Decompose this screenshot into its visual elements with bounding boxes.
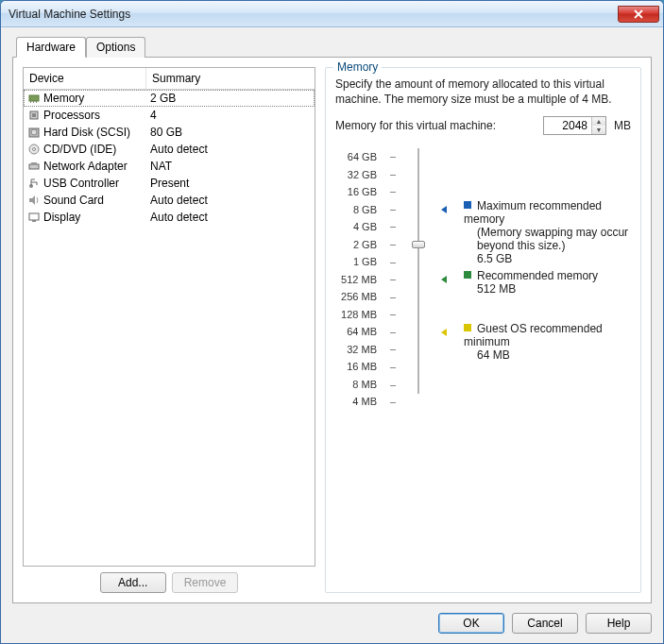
ok-button[interactable]: OK bbox=[438, 613, 504, 634]
memory-icon bbox=[27, 92, 41, 105]
device-row[interactable]: Hard Disk (SCSI)80 GB bbox=[24, 124, 315, 141]
device-name: Hard Disk (SCSI) bbox=[43, 126, 130, 139]
right-column: Memory Specify the amount of memory allo… bbox=[325, 67, 641, 593]
usb-icon bbox=[27, 177, 41, 190]
device-summary: Auto detect bbox=[146, 211, 315, 224]
slider-rail bbox=[417, 148, 419, 394]
device-name: Processors bbox=[43, 109, 100, 122]
svg-rect-5 bbox=[32, 113, 36, 117]
legend-min: Guest OS recommended minimum64 MB bbox=[464, 322, 631, 362]
svg-rect-3 bbox=[36, 101, 37, 103]
device-summary: Present bbox=[146, 177, 315, 190]
tab-hardware[interactable]: Hardware bbox=[16, 37, 86, 58]
legend-min-color-icon bbox=[464, 324, 471, 331]
device-list[interactable]: Device Summary Memory2 GBProcessors4Hard… bbox=[23, 67, 315, 567]
tick-label: 1 GB bbox=[335, 253, 377, 271]
device-summary: 2 GB bbox=[146, 92, 315, 105]
group-title: Memory bbox=[333, 60, 382, 74]
tab-options[interactable]: Options bbox=[86, 37, 145, 58]
remove-button: Remove bbox=[172, 572, 239, 593]
window: Virtual Machine Settings Hardware Option… bbox=[0, 0, 664, 644]
memory-spinner[interactable]: ▲ ▼ bbox=[543, 116, 606, 135]
memory-slider[interactable] bbox=[411, 148, 426, 394]
device-row[interactable]: DisplayAuto detect bbox=[24, 209, 315, 226]
svg-point-7 bbox=[31, 129, 37, 135]
help-button[interactable]: Help bbox=[586, 613, 652, 634]
device-row[interactable]: USB ControllerPresent bbox=[24, 175, 315, 192]
memory-group: Memory Specify the amount of memory allo… bbox=[325, 67, 641, 593]
tick-label: 16 GB bbox=[335, 183, 377, 201]
tick-label: 32 GB bbox=[335, 166, 377, 184]
close-icon bbox=[634, 9, 643, 19]
device-summary: NAT bbox=[146, 160, 315, 173]
tick-label: 32 MB bbox=[335, 341, 377, 359]
device-row[interactable]: CD/DVD (IDE)Auto detect bbox=[24, 141, 315, 158]
header-device[interactable]: Device bbox=[24, 68, 146, 89]
device-summary: Auto detect bbox=[146, 143, 315, 156]
legend-rec-value: 512 MB bbox=[464, 282, 598, 296]
add-button[interactable]: Add... bbox=[100, 572, 166, 593]
spin-up-icon[interactable]: ▲ bbox=[592, 117, 605, 126]
titlebar[interactable]: Virtual Machine Settings bbox=[1, 1, 663, 27]
sound-icon bbox=[27, 194, 41, 207]
device-name: Sound Card bbox=[43, 194, 104, 207]
header-summary[interactable]: Summary bbox=[146, 68, 315, 89]
legend-min-value: 64 MB bbox=[464, 348, 631, 362]
svg-rect-14 bbox=[32, 220, 36, 222]
window-title: Virtual Machine Settings bbox=[9, 8, 618, 21]
tabs: Hardware Options bbox=[12, 37, 652, 58]
device-summary: Auto detect bbox=[146, 194, 315, 207]
spin-down-icon[interactable]: ▼ bbox=[592, 126, 605, 134]
device-buttons: Add... Remove bbox=[23, 567, 315, 593]
svg-rect-13 bbox=[29, 213, 39, 220]
device-name: Memory bbox=[43, 92, 84, 105]
tick-label: 16 MB bbox=[335, 358, 377, 376]
cancel-button[interactable]: Cancel bbox=[512, 613, 578, 634]
slider-block: 64 GB32 GB16 GB8 GB4 GB2 GB1 GB512 MB256… bbox=[335, 148, 631, 394]
device-summary: 4 bbox=[146, 109, 315, 122]
legend-rec-color-icon bbox=[464, 271, 471, 279]
svg-point-9 bbox=[33, 148, 36, 151]
memory-input-row: Memory for this virtual machine: ▲ ▼ MB bbox=[335, 116, 631, 135]
svg-rect-11 bbox=[31, 162, 37, 164]
device-name: Network Adapter bbox=[43, 160, 128, 173]
legend-max-title: Maximum recommended memory bbox=[464, 199, 602, 226]
tick-labels: 64 GB32 GB16 GB8 GB4 GB2 GB1 GB512 MB256… bbox=[335, 148, 377, 394]
cd-icon bbox=[27, 143, 41, 156]
svg-rect-10 bbox=[29, 164, 39, 169]
device-row[interactable]: Sound CardAuto detect bbox=[24, 192, 315, 209]
tick-label: 128 MB bbox=[335, 306, 377, 324]
memory-desc: Specify the amount of memory allocated t… bbox=[335, 77, 631, 107]
legend-max: Maximum recommended memory(Memory swappi… bbox=[464, 199, 631, 265]
memory-unit: MB bbox=[614, 119, 631, 132]
device-name: USB Controller bbox=[43, 177, 119, 190]
close-button[interactable] bbox=[618, 6, 659, 23]
device-header: Device Summary bbox=[24, 68, 315, 90]
tick-label: 2 GB bbox=[335, 236, 377, 254]
legend-min-title: Guest OS recommended minimum bbox=[464, 322, 603, 348]
cpu-icon bbox=[27, 109, 41, 122]
tick-label: 512 MB bbox=[335, 271, 377, 289]
slider-markers bbox=[439, 148, 451, 394]
device-row[interactable]: Processors4 bbox=[24, 107, 315, 124]
tick-label: 64 GB bbox=[335, 148, 377, 166]
device-row[interactable]: Network AdapterNAT bbox=[24, 158, 315, 175]
memory-input[interactable] bbox=[544, 117, 591, 134]
client-area: Hardware Options Device Summary Memory2 … bbox=[1, 27, 663, 643]
panel: Device Summary Memory2 GBProcessors4Hard… bbox=[12, 57, 652, 603]
legend-max-value: 6.5 GB bbox=[464, 252, 631, 265]
slider-thumb[interactable] bbox=[412, 241, 425, 248]
device-name: CD/DVD (IDE) bbox=[43, 143, 116, 156]
device-summary: 80 GB bbox=[146, 126, 315, 139]
tick-label: 8 MB bbox=[335, 376, 377, 394]
tick-label: 64 MB bbox=[335, 323, 377, 341]
memory-label: Memory for this virtual machine: bbox=[335, 119, 496, 132]
bottom-bar: OK Cancel Help bbox=[12, 603, 652, 634]
left-column: Device Summary Memory2 GBProcessors4Hard… bbox=[23, 67, 315, 593]
legend-max-note: (Memory swapping may occur beyond this s… bbox=[464, 226, 631, 252]
legend-max-color-icon bbox=[464, 201, 471, 209]
svg-rect-2 bbox=[33, 101, 34, 103]
svg-rect-1 bbox=[30, 101, 31, 103]
tick-label: 4 GB bbox=[335, 218, 377, 236]
device-row[interactable]: Memory2 GB bbox=[24, 90, 315, 107]
